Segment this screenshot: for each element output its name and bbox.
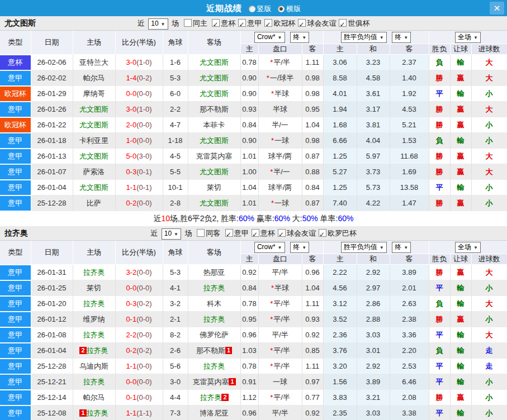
handicap-away-odds: 0.98 <box>302 133 323 149</box>
scope-select[interactable]: 全场▼ <box>455 242 481 253</box>
match-row: 意甲26-01-25莱切0-0(0-0)4-1拉齐奥0.84*半球1.044.5… <box>0 280 507 296</box>
odds-time-select[interactable]: 终▼ <box>290 32 309 43</box>
match-count-select[interactable]: 10▼ <box>162 228 181 240</box>
checkbox-checked-icon[interactable] <box>278 229 286 237</box>
chevron-down-icon: ▼ <box>161 22 165 27</box>
close-button[interactable]: ✕ <box>490 2 504 15</box>
home-team: 拉齐奥 <box>87 346 108 355</box>
full-score: 0-3 <box>126 168 136 176</box>
league-filter-checkbox[interactable]: 欧冠杯 <box>264 19 295 27</box>
scope-select[interactable]: 全场▼ <box>455 32 481 43</box>
handicap-home-odds: 0.92 <box>240 265 258 280</box>
league-filter-checkbox[interactable]: 球会友谊 <box>278 229 316 237</box>
avg-odds-select[interactable]: 胜平负均值▼ <box>341 242 387 253</box>
league-filter-checkbox[interactable]: 意杯 <box>252 229 275 237</box>
result-wdl: 平 <box>429 359 450 374</box>
handicap-away-odds: 1.04 <box>302 117 323 133</box>
league-filter-checkbox[interactable]: 意甲 <box>225 229 249 237</box>
avg-time-select[interactable]: 终▼ <box>392 242 411 253</box>
away-team-cell: 热那亚 <box>188 265 240 280</box>
games-label: 场 <box>172 19 179 27</box>
layout-radio-vertical[interactable]: 竖版 <box>249 4 272 13</box>
score-cell: 0-2(0-0) <box>115 195 163 211</box>
col-header-home: 主场 <box>73 241 115 265</box>
same-venue-checkbox[interactable]: 同主 <box>184 19 207 27</box>
avg-draw-odds: 4.58 <box>357 70 390 86</box>
match-row: 意甲26-01-26尤文图斯3-0(1-0)2-2那不勒斯0.93半球0.951… <box>0 102 507 117</box>
col-header-avg-draw: 和 <box>357 254 390 265</box>
match-count-select[interactable]: 10▼ <box>148 18 168 30</box>
result-goals: 大 <box>471 265 507 280</box>
avg-away-odds: 4.53 <box>390 102 429 117</box>
col-header-home: 主场 <box>73 31 115 55</box>
checkbox-checked-icon[interactable] <box>212 19 220 27</box>
score-cell: 1-0(0-0) <box>115 133 163 149</box>
checkbox-unchecked-icon[interactable] <box>197 229 205 237</box>
home-team: 拉齐奥 <box>83 299 105 308</box>
avg-odds-select[interactable]: 胜平负均值▼ <box>341 32 387 43</box>
bookmaker-select[interactable]: Crow*▼ <box>254 32 285 43</box>
summary-segment: 60% <box>274 214 290 223</box>
handicap-home-odds: 1.00 <box>240 164 258 180</box>
col-header-corner: 角球 <box>163 31 188 55</box>
home-team-cell: 拉齐奥 <box>73 327 115 343</box>
checkbox-checked-icon[interactable] <box>298 19 306 27</box>
avg-home-odds: 4.56 <box>323 280 357 296</box>
layout-radio-horizontal[interactable]: 横版 <box>278 4 301 13</box>
away-team: 科木 <box>207 299 221 308</box>
checkbox-checked-icon[interactable] <box>252 229 259 237</box>
handicap-away-odds: 0.98 <box>302 86 323 102</box>
avg-time-select[interactable]: 终▼ <box>392 32 411 43</box>
radio-unselected-icon[interactable] <box>249 6 255 12</box>
handicap-home-odds: 0.84 <box>240 280 258 296</box>
full-score: 2-2 <box>126 331 136 339</box>
odds-time-select[interactable]: 终▼ <box>290 242 309 253</box>
full-score: 2-0 <box>126 121 136 129</box>
checkbox-checked-icon[interactable] <box>238 19 246 27</box>
bookmaker-select[interactable]: Crow*▼ <box>254 242 285 253</box>
home-team: 拉齐奥 <box>83 268 105 276</box>
checkbox-checked-icon[interactable] <box>319 229 326 237</box>
league-filter-checkbox[interactable]: 欧罗巴杯 <box>319 229 357 237</box>
home-team-cell: 帕尔马 <box>73 70 115 86</box>
avg-away-odds: 2.08 <box>390 390 429 405</box>
home-team-cell: 尤文图斯 <box>73 117 115 133</box>
away-team: 莱切 <box>207 183 221 192</box>
avg-home-odds: 3.12 <box>323 296 357 312</box>
checkbox-checked-icon[interactable] <box>225 229 233 237</box>
checkbox-unchecked-icon[interactable] <box>184 19 192 27</box>
avg-draw-odds: 5.97 <box>357 149 390 164</box>
score-cell: 1-1(0-1) <box>115 180 163 195</box>
summary-segment: 近 <box>154 214 162 223</box>
col-header-avg-away: 客 <box>390 44 429 55</box>
score-cell: 2-2(0-0) <box>115 327 163 343</box>
league-filter-checkbox[interactable]: 意甲 <box>238 19 262 27</box>
away-team-cell: 尤文图斯 <box>188 55 240 70</box>
handicap-away-odds: 1.11 <box>302 296 323 312</box>
league-filter-label: 意杯 <box>260 229 275 237</box>
same-venue-checkbox[interactable]: 同客 <box>197 229 220 237</box>
away-team-cell: 那不勒斯 <box>188 102 240 117</box>
league-filter-checkbox[interactable]: 世俱杯 <box>339 19 369 27</box>
match-row: 意甲25-12-21拉齐奥0-0(0-0)3-0克雷莫内塞10.91一球0.97… <box>0 374 507 390</box>
league-filter-checkbox[interactable]: 意杯 <box>212 19 235 27</box>
radio-selected-icon[interactable] <box>278 6 285 12</box>
score-cell: 0-3(0-1) <box>115 164 163 180</box>
away-team: 拉齐奥 <box>200 393 221 402</box>
handicap-star-icon: * <box>270 299 273 308</box>
away-team-cell: 拉齐奥 <box>188 312 240 327</box>
home-team: 帕尔马 <box>83 74 105 82</box>
handicap-away-odds: 0.88 <box>302 164 323 180</box>
home-team: 莱切 <box>87 284 101 292</box>
result-wdl: 平 <box>429 374 450 390</box>
league-filter-checkbox[interactable]: 球会友谊 <box>298 19 336 27</box>
handicap-star-icon: * <box>271 199 274 207</box>
half-score: (0-0) <box>136 136 151 145</box>
checkbox-checked-icon[interactable] <box>339 19 347 27</box>
avg-home-odds: 3.83 <box>323 390 357 405</box>
col-header-goals: 进球数 <box>471 44 507 55</box>
avg-draw-odds: 3.89 <box>357 374 390 390</box>
corner-count: 5-3 <box>163 70 188 86</box>
checkbox-checked-icon[interactable] <box>264 19 272 27</box>
corner-count: 5-5 <box>163 164 188 180</box>
